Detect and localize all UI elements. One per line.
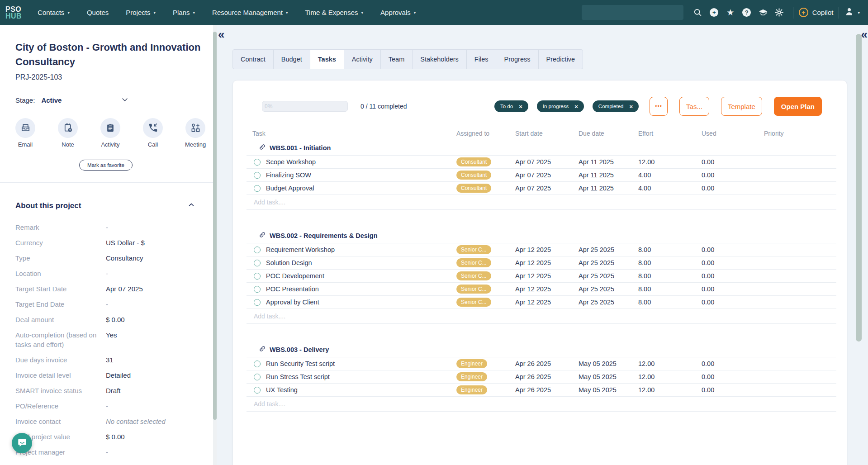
task-status-circle[interactable] <box>254 172 261 179</box>
chevron-down-icon: ▾ <box>414 10 416 15</box>
settings-icon[interactable] <box>771 5 787 21</box>
task-status-circle[interactable] <box>254 185 261 192</box>
psohub-logo[interactable]: PSO HUB <box>5 6 22 19</box>
favorites-icon[interactable]: ★ <box>722 5 739 21</box>
nav-item-contacts[interactable]: Contacts▾ <box>29 0 78 25</box>
task-row[interactable]: Finalizing SOWConsultantApr 07 2025Apr 1… <box>247 169 836 182</box>
task-row[interactable]: Run Security Test scriptEngineerApr 26 2… <box>247 357 836 370</box>
nav-item-approvals[interactable]: Approvals▾ <box>372 0 424 25</box>
task-name-cell: POC Presentation <box>247 285 456 293</box>
nav-item-label: Resource Management <box>212 9 283 16</box>
tab-contract[interactable]: Contract <box>233 50 274 69</box>
collapse-about-button[interactable] <box>187 201 195 211</box>
tab-tasks[interactable]: Tasks <box>310 50 344 69</box>
add-task-row[interactable]: Add task.... <box>247 195 836 210</box>
task-row[interactable]: POC PresentationSenior C...Apr 12 2025Ap… <box>247 283 836 296</box>
user-menu[interactable]: ▾ <box>844 7 860 18</box>
nav-item-plans[interactable]: Plans▾ <box>164 0 204 25</box>
copilot-button[interactable]: + Copilot <box>799 8 834 17</box>
about-field-row: Invoice detail levelDetailed <box>15 370 203 380</box>
main-scrollbar[interactable] <box>856 34 862 342</box>
task-row[interactable]: Solution DesignSenior C...Apr 12 2025Apr… <box>247 256 836 270</box>
filter-chip-completed[interactable]: Completed× <box>593 100 639 112</box>
nav-item-resource-management[interactable]: Resource Management▾ <box>204 0 296 25</box>
search-icon[interactable] <box>690 5 706 21</box>
tasks-card: 0% 0 / 11 completed To do×In progress×Co… <box>232 80 847 465</box>
action-note[interactable]: Note <box>58 118 78 148</box>
close-icon[interactable]: × <box>519 104 522 109</box>
close-icon[interactable]: × <box>629 104 633 109</box>
tab-files[interactable]: Files <box>467 50 497 69</box>
task-row[interactable]: UX TestingEngineerApr 26 2025May 05 2025… <box>247 384 836 397</box>
tab-activity[interactable]: Activity <box>344 50 381 69</box>
assignee-badge[interactable]: Engineer <box>456 372 487 381</box>
left-panel-scrollbar[interactable] <box>213 25 217 465</box>
action-activity[interactable]: Activity <box>100 118 120 148</box>
task-status-circle[interactable] <box>254 299 261 306</box>
task-row[interactable]: Requirement WorkshopSenior C...Apr 12 20… <box>247 243 836 256</box>
task-section: WBS.001 - InitiationScope WorkshopConsul… <box>247 140 836 210</box>
task-status-circle[interactable] <box>254 260 261 266</box>
tab-predictive[interactable]: Predictive <box>539 50 583 69</box>
nav-item-time-expenses[interactable]: Time & Expenses▾ <box>297 0 372 25</box>
field-value: - <box>106 269 108 278</box>
stage-value: Active <box>41 96 62 104</box>
task-row[interactable]: Approval by ClientSenior C...Apr 12 2025… <box>247 296 836 309</box>
add-icon[interactable]: + <box>706 5 722 21</box>
task-row[interactable]: Budget ApprovalConsultantApr 07 2025Apr … <box>247 182 836 195</box>
help-icon[interactable]: ? <box>739 5 755 21</box>
assignee-badge[interactable]: Consultant <box>456 184 491 193</box>
open-plan-button[interactable]: Open Plan <box>774 97 822 116</box>
assignee-badge[interactable]: Consultant <box>456 157 491 166</box>
template-button[interactable]: Template <box>721 97 762 116</box>
collapse-right-panel-icon[interactable]: « <box>861 28 868 40</box>
assignee-badge[interactable]: Engineer <box>456 385 487 394</box>
task-row[interactable]: POC DevelopementSenior C...Apr 12 2025Ap… <box>247 270 836 283</box>
tab-team[interactable]: Team <box>381 50 413 69</box>
task-status-circle[interactable] <box>254 286 261 293</box>
chat-widget-button[interactable] <box>12 433 32 453</box>
assignee-badge[interactable]: Senior C... <box>456 271 491 280</box>
nav-icons: +★? <box>690 5 787 21</box>
collapse-left-panel-icon[interactable]: « <box>218 28 224 40</box>
about-field-row: Target Start DateApr 07 2025 <box>15 284 203 294</box>
about-field-row: Deal amount$ 0.00 <box>15 315 203 324</box>
task-status-circle[interactable] <box>254 247 261 253</box>
tab-budget[interactable]: Budget <box>274 50 310 69</box>
tab-stakeholders[interactable]: Stakeholders <box>413 50 467 69</box>
column-header-start-date: Start date <box>515 130 579 137</box>
mark-as-favorite-button[interactable]: Mark as favorite <box>79 160 133 171</box>
close-icon[interactable]: × <box>574 104 578 109</box>
add-task-row[interactable]: Add task.... <box>247 309 836 324</box>
task-status-circle[interactable] <box>254 374 261 380</box>
academy-icon[interactable] <box>755 5 771 21</box>
task-row[interactable]: Scope WorkshopConsultantApr 07 2025Apr 1… <box>247 156 836 169</box>
action-call[interactable]: Call <box>143 118 163 148</box>
filter-chip-in-progress[interactable]: In progress× <box>537 100 584 112</box>
assignee-badge[interactable]: Senior C... <box>456 298 491 307</box>
add-task-row[interactable]: Add task.... <box>247 397 836 412</box>
assignee-badge[interactable]: Consultant <box>456 171 491 180</box>
task-row[interactable]: Run Stress Test scriptEngineerApr 26 202… <box>247 370 836 384</box>
global-search-input[interactable] <box>582 5 683 20</box>
task-status-circle[interactable] <box>254 159 261 166</box>
more-options-button[interactable]: ••• <box>650 97 668 116</box>
task-status-circle[interactable] <box>254 361 261 367</box>
nav-item-quotes[interactable]: Quotes <box>78 0 117 25</box>
used-cell: 0.00 <box>702 246 764 253</box>
assignee-badge[interactable]: Senior C... <box>456 245 491 254</box>
about-field-row: Target End Date- <box>15 299 203 309</box>
assignee-badge[interactable]: Engineer <box>456 359 487 368</box>
task-status-circle[interactable] <box>254 273 261 280</box>
nav-item-projects[interactable]: Projects▾ <box>117 0 164 25</box>
action-meeting[interactable]: Meeting <box>185 118 205 148</box>
assignee-badge[interactable]: Senior C... <box>456 258 491 267</box>
action-email[interactable]: Email <box>15 118 35 148</box>
filter-chip-to-do[interactable]: To do× <box>494 100 528 112</box>
assignee-cell: Engineer <box>456 359 515 368</box>
task-status-circle[interactable] <box>254 387 261 394</box>
tasks-button[interactable]: Tas... <box>679 97 709 116</box>
stage-dropdown[interactable] <box>120 95 129 105</box>
assignee-badge[interactable]: Senior C... <box>456 285 491 294</box>
tab-progress[interactable]: Progress <box>496 50 538 69</box>
